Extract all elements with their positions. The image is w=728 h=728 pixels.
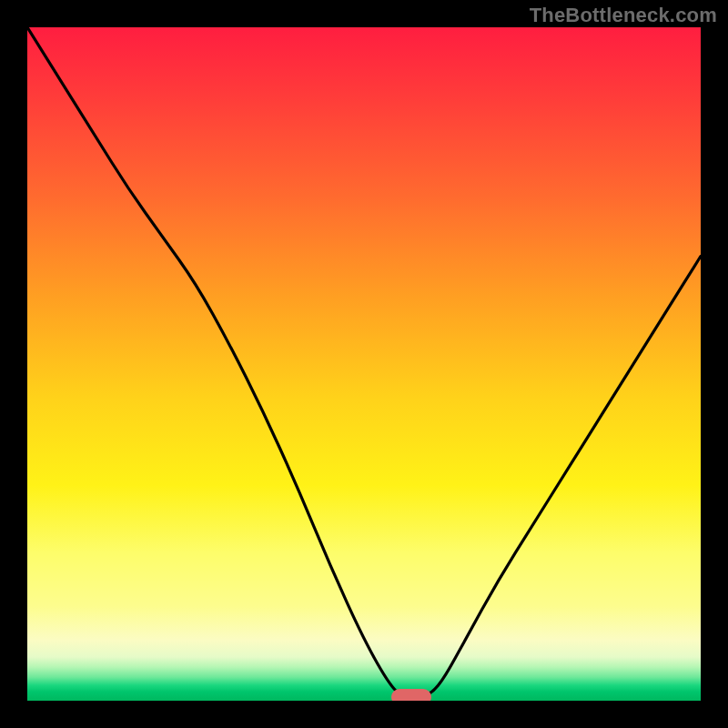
watermark-text: TheBottleneck.com bbox=[530, 4, 717, 27]
chart-frame: TheBottleneck.com bbox=[0, 0, 728, 728]
plot-area bbox=[27, 27, 701, 701]
bottleneck-curve bbox=[27, 27, 701, 701]
optimal-marker bbox=[391, 689, 431, 701]
